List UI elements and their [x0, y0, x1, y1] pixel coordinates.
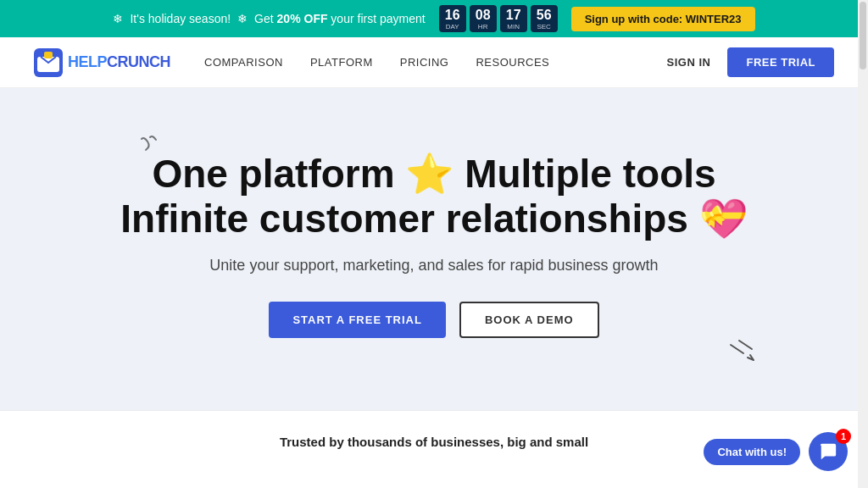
countdown-minutes: 17 MIN — [500, 5, 527, 32]
doodle-arrow-icon — [726, 336, 765, 369]
hero-subtitle: Unite your support, marketing, and sales… — [209, 257, 658, 274]
doodle-spark-icon — [137, 135, 180, 169]
snowflake-icon-2: ❄ — [237, 12, 248, 25]
countdown-hours: 08 HR — [470, 5, 497, 32]
nav-comparison[interactable]: COMPARISON — [204, 56, 283, 69]
chat-label-bubble[interactable]: Chat with us! — [704, 439, 800, 465]
hero-title: One platform ⭐ Multiple tools Infinite c… — [120, 152, 747, 241]
snowflake-icon-1: ❄ — [113, 12, 123, 25]
free-trial-button[interactable]: FREE TRIAL — [727, 47, 834, 77]
hero-title-line1: One platform ⭐ Multiple tools — [152, 152, 715, 196]
countdown-timer: 16 DAY 08 HR 17 MIN 56 SEC — [439, 5, 558, 32]
nav-right: SIGN IN FREE TRIAL — [667, 47, 834, 77]
book-demo-button[interactable]: BOOK A DEMO — [459, 302, 599, 338]
countdown-seconds: 56 SEC — [531, 5, 558, 32]
main-navbar: HELPCRUNCH COMPARISON PLATFORM PRICING R… — [0, 37, 868, 88]
nav-links: COMPARISON PLATFORM PRICING RESOURCES — [204, 56, 667, 69]
logo-text: HELPCRUNCH — [68, 53, 170, 71]
hero-section: One platform ⭐ Multiple tools Infinite c… — [0, 88, 868, 410]
holiday-text: It's holiday season! — [130, 12, 231, 25]
scrollbar-thumb[interactable] — [860, 2, 866, 69]
nav-platform[interactable]: PLATFORM — [310, 56, 373, 69]
chat-icon — [819, 442, 837, 461]
chat-widget: Chat with us! 1 — [704, 432, 848, 471]
banner-cta-button[interactable]: Sign up with code: WINTER23 — [571, 7, 755, 31]
chat-icon-button[interactable]: 1 — [809, 432, 848, 471]
banner-message: ❄ It's holiday season! ❄ Get 20% OFF you… — [113, 12, 425, 25]
start-free-trial-button[interactable]: START A FREE TRIAL — [269, 302, 446, 338]
logo-icon — [34, 48, 63, 77]
offer-text: Get 20% OFF your first payment — [254, 12, 426, 25]
scrollbar[interactable] — [858, 0, 868, 473]
nav-resources[interactable]: RESOURCES — [476, 56, 549, 69]
hero-title-line2: Infinite customer relationships 💝 — [120, 197, 747, 241]
svg-rect-1 — [37, 57, 59, 72]
hero-cta-group: START A FREE TRIAL BOOK A DEMO — [269, 302, 598, 338]
svg-rect-2 — [44, 52, 53, 58]
nav-pricing[interactable]: PRICING — [400, 56, 449, 69]
logo[interactable]: HELPCRUNCH — [34, 48, 170, 77]
sign-in-link[interactable]: SIGN IN — [667, 56, 711, 69]
chat-notification-badge: 1 — [836, 429, 851, 444]
promo-banner: ❄ It's holiday season! ❄ Get 20% OFF you… — [0, 0, 868, 37]
countdown-days: 16 DAY — [439, 5, 466, 32]
